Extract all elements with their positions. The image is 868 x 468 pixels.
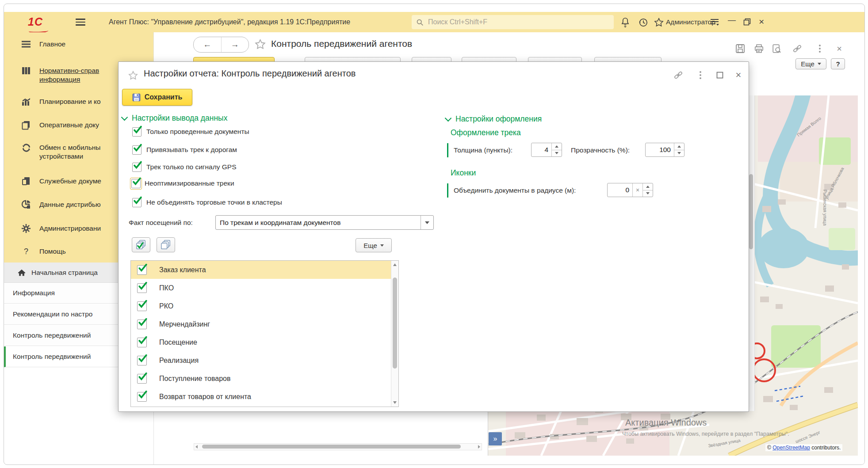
checkbox-checked[interactable] [132, 163, 141, 172]
checkbox-checked[interactable] [132, 127, 141, 137]
list-item[interactable]: Мерчендайзинг [131, 315, 398, 333]
scroll-down-arrow[interactable] [393, 401, 397, 404]
spinner-buttons[interactable] [642, 183, 653, 197]
save-report-button[interactable] [734, 43, 746, 54]
report-help-button[interactable]: ? [831, 58, 845, 69]
field-accent-bar [447, 143, 448, 157]
more-actions-kebab[interactable] [814, 43, 826, 54]
search-icon [416, 19, 424, 26]
scroll-up-arrow[interactable] [393, 263, 397, 266]
icons-subsection: Иконки [451, 168, 476, 178]
print-preview-button[interactable] [771, 43, 782, 54]
close-report-button[interactable]: × [834, 43, 845, 54]
restore-button[interactable] [743, 18, 751, 27]
restore-icon [743, 18, 751, 26]
checkbox-checked[interactable] [137, 374, 147, 384]
spinner-buttons[interactable] [551, 143, 562, 156]
spin-down-icon [646, 192, 650, 194]
scroll-right-arrow[interactable] [478, 445, 480, 449]
checkbox-row-focused[interactable]: Неоптимизированные треки [130, 178, 234, 189]
spin-up-icon [677, 145, 681, 148]
menu-icon [20, 38, 32, 50]
scrollbar-thumb[interactable] [202, 445, 461, 449]
bar-chart-icon [20, 96, 32, 107]
opacity-label: Прозрачность (%): [571, 146, 630, 154]
checkbox-row[interactable]: Привязывать трек к дорогам [132, 145, 237, 155]
scroll-left-arrow[interactable] [195, 445, 198, 449]
list-item[interactable]: РКО [131, 297, 398, 315]
check-all-button[interactable] [132, 237, 150, 252]
dialog-kebab-button[interactable] [696, 70, 705, 80]
list-item[interactable]: Реализация [131, 351, 398, 369]
floppy-icon [132, 93, 141, 102]
visit-fact-combobox[interactable]: По трекам и координатам документов [215, 215, 434, 230]
minimize-button[interactable]: — [728, 15, 736, 24]
report-more-button[interactable]: Еще [795, 58, 826, 69]
panel-expander-button[interactable]: » [489, 432, 502, 445]
search-input[interactable] [427, 18, 597, 27]
spin-up-icon [646, 186, 650, 188]
save-button[interactable]: Сохранить [122, 89, 192, 106]
list-item[interactable]: ПКО [131, 279, 398, 297]
dialog-favorite-star-icon[interactable] [128, 70, 138, 82]
openstreetmap-link[interactable]: OpenStreetMap [772, 445, 810, 451]
documents-icon [20, 119, 32, 131]
checkbox-row[interactable]: Только проведенные документы [132, 126, 249, 137]
dialog-title: Настройки отчета: Контроль передвижений … [144, 68, 356, 79]
checkbox-checked[interactable] [131, 179, 141, 188]
uncheck-all-button[interactable] [157, 237, 175, 252]
spinner-buttons[interactable] [674, 143, 684, 156]
dialog-maximize-button[interactable] [715, 70, 725, 80]
chevron-down-icon [121, 114, 128, 121]
thickness-spinner[interactable]: 4 [531, 143, 562, 157]
checkbox-checked[interactable] [137, 301, 147, 311]
forward-button[interactable]: → [221, 37, 249, 52]
check-all-icon [136, 240, 146, 250]
notifications-button[interactable] [619, 16, 631, 28]
list-item-selected[interactable]: Заказ клиента [131, 261, 398, 279]
get-link-button[interactable] [792, 43, 803, 54]
chevron-down-icon [445, 115, 452, 122]
list-vertical-scrollbar[interactable] [391, 261, 398, 407]
list-item[interactable]: Поступление товаров [131, 369, 398, 388]
list-more-button[interactable]: Еще [356, 238, 392, 252]
scrollbar-thumb[interactable] [749, 174, 753, 249]
design-settings-section[interactable]: Настройки оформления [446, 114, 542, 124]
combobox-dropdown-button[interactable] [421, 216, 433, 229]
main-menu-button[interactable] [76, 19, 85, 26]
dialog-close-button[interactable]: × [734, 70, 743, 80]
scrollbar-thumb[interactable] [393, 278, 397, 369]
content-horizontal-scrollbar[interactable] [194, 443, 482, 450]
list-item[interactable]: Возврат товаров от клиента [131, 388, 398, 406]
checkbox-checked[interactable] [132, 198, 141, 207]
clear-value-icon[interactable]: × [632, 183, 642, 197]
checkbox-checked[interactable] [137, 392, 147, 402]
checkbox-checked[interactable] [137, 356, 147, 365]
merge-radius-spinner[interactable]: 0 × [607, 183, 653, 197]
back-button[interactable]: ← [194, 37, 221, 52]
service-menu-button[interactable] [709, 16, 720, 28]
uncheck-all-icon [161, 240, 171, 250]
favorite-star-icon[interactable] [254, 38, 266, 52]
opacity-spinner[interactable]: 100 [645, 143, 684, 157]
checkbox-row[interactable]: Не объединять торговые точки в кластеры [132, 197, 282, 208]
print-button[interactable] [753, 43, 765, 54]
current-user[interactable]: Администратор [666, 12, 715, 32]
favorites-button[interactable] [653, 16, 665, 28]
checkbox-checked[interactable] [137, 265, 147, 275]
list-item[interactable]: Посещение [131, 333, 398, 351]
checkbox-checked[interactable] [137, 338, 147, 347]
checkbox-checked[interactable] [137, 320, 147, 329]
global-search[interactable] [412, 15, 614, 29]
document-type-list[interactable]: Заказ клиента ПКО РКО Мерчендайзинг Посе… [130, 260, 399, 407]
close-window-button[interactable]: × [759, 17, 764, 26]
checkbox-checked[interactable] [137, 283, 147, 293]
distribution-data-icon [20, 199, 32, 210]
checkbox-row[interactable]: Трек только по сигналу GPS [132, 162, 237, 172]
windows-activation-watermark-line2: Чтобы активировать Windows, перейдите в … [622, 431, 789, 437]
checkbox-checked[interactable] [132, 145, 141, 155]
merge-radius-label: Объединить документы в радиусе (м): [454, 186, 576, 194]
dialog-link-button[interactable] [673, 70, 683, 80]
output-settings-section[interactable]: Настройки вывода данных [122, 114, 227, 123]
history-button[interactable] [637, 16, 649, 28]
